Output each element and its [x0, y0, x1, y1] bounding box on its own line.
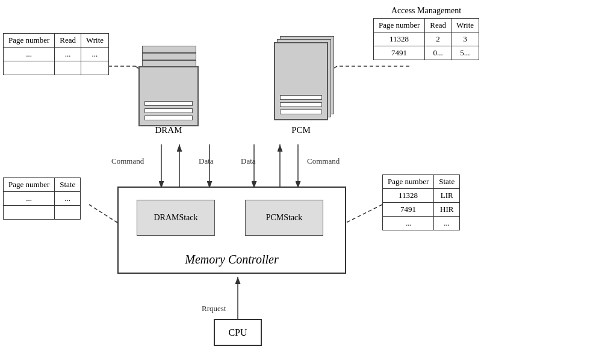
pcm-label: PCM — [268, 125, 334, 135]
access-management-table: Page number Read Write 11328 2 3 7491 0.… — [373, 18, 479, 60]
command-left-label: Command — [111, 156, 144, 166]
table-row: 7491 HIR — [383, 203, 460, 217]
left-state-table: Page number State ... ... — [3, 177, 81, 220]
dram-stack-box: DRAMStack — [137, 200, 215, 236]
command-right-label: Command — [307, 156, 340, 166]
request-label: Rrquest — [202, 304, 226, 313]
left-state-table-section: Page number State ... ... — [3, 177, 81, 220]
col-state: State — [55, 178, 81, 192]
col-read: Read — [55, 34, 81, 48]
pcm-stack-visual: PCM — [268, 36, 334, 141]
dram-stack-visual: DRAM — [138, 36, 199, 141]
table-row: 7491 0... 5... — [374, 46, 479, 60]
col-state: State — [434, 175, 460, 189]
table-row: ... ... — [383, 217, 460, 230]
table-row: 11328 LIR — [383, 189, 460, 203]
table-row — [4, 61, 109, 75]
col-read: Read — [425, 19, 452, 32]
cpu-box: CPU — [214, 319, 262, 346]
col-page-number: Page number — [4, 178, 55, 192]
right-state-table-section: Page number State 11328 LIR 7491 HIR ...… — [382, 174, 460, 230]
table-row: ... ... — [4, 192, 81, 206]
data-left-label: Data — [199, 156, 214, 166]
col-page-number: Page number — [4, 34, 55, 48]
svg-line-6 — [89, 205, 117, 223]
memory-controller-box: DRAMStack PCMStack Memory Controller — [117, 187, 346, 274]
pcm-stack-label: PCMStack — [266, 213, 303, 223]
table-row — [4, 206, 81, 220]
left-access-table-section: Page number Read Write ... ... ... — [3, 33, 109, 75]
col-write: Write — [451, 19, 479, 32]
right-state-table: Page number State 11328 LIR 7491 HIR ...… — [382, 174, 460, 230]
dram-label: DRAM — [138, 125, 199, 135]
col-write: Write — [81, 34, 108, 48]
dram-stack-label: DRAMStack — [154, 213, 197, 223]
svg-line-7 — [346, 205, 382, 223]
col-page-number: Page number — [383, 175, 434, 189]
memory-controller-label: Memory Controller — [119, 253, 345, 267]
cpu-label: CPU — [228, 327, 247, 338]
access-management-section: Access Management Page number Read Write… — [373, 6, 479, 60]
col-page-number: Page number — [374, 19, 425, 32]
pcm-stack-box: PCMStack — [245, 200, 323, 236]
left-access-table: Page number Read Write ... ... ... — [3, 33, 109, 75]
table-row: ... ... ... — [4, 48, 109, 61]
data-right-label: Data — [241, 156, 256, 166]
table-row: 11328 2 3 — [374, 32, 479, 46]
access-management-title: Access Management — [373, 6, 479, 16]
